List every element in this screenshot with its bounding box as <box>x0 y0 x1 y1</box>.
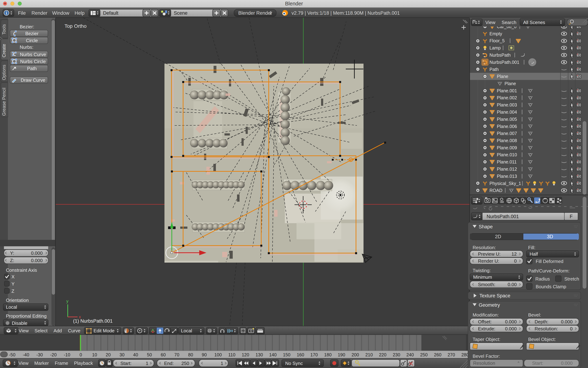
svg-text:y: y <box>66 299 68 304</box>
svg-text:130: 130 <box>255 352 263 357</box>
svg-text:250: 250 <box>181 361 189 366</box>
svg-text:-50: -50 <box>9 352 15 357</box>
svg-text:0: 0 <box>80 352 82 357</box>
svg-text:Z:: Z: <box>10 258 14 263</box>
svg-text:1: 1 <box>146 361 148 366</box>
svg-text:Top Ortho: Top Ortho <box>64 23 87 29</box>
svg-text:i: i <box>6 11 7 15</box>
svg-text:Disable: Disable <box>12 321 27 326</box>
svg-text:Plane: Plane <box>505 81 516 86</box>
svg-text:0.000: 0.000 <box>561 319 573 324</box>
svg-text:-10: -10 <box>64 352 70 357</box>
svg-text:Add: Add <box>54 328 62 333</box>
svg-text:Minimum: Minimum <box>473 275 492 280</box>
svg-text:File: File <box>18 10 26 16</box>
svg-text:2D: 2D <box>495 234 501 239</box>
svg-text:3D: 3D <box>547 234 553 239</box>
svg-text:Window: Window <box>52 10 70 16</box>
svg-text:Empty: Empty <box>489 31 502 36</box>
svg-text:NurbsPath.001: NurbsPath.001 <box>487 214 519 219</box>
svg-text:120: 120 <box>242 352 249 357</box>
svg-text:270: 270 <box>448 352 455 357</box>
svg-text:100: 100 <box>214 352 222 357</box>
svg-text:NurbsPath.001: NurbsPath.001 <box>489 60 519 65</box>
svg-text:Plane.011: Plane.011 <box>497 159 517 164</box>
svg-text:Texture Space: Texture Space <box>479 293 510 298</box>
svg-text:170: 170 <box>310 352 318 357</box>
svg-text:Plane.004: Plane.004 <box>497 110 517 115</box>
svg-text:Path: Path <box>27 66 37 71</box>
svg-text:90: 90 <box>202 352 207 357</box>
svg-text:230: 230 <box>393 352 400 357</box>
svg-text:50: 50 <box>147 352 152 357</box>
svg-text:Nurbs Curve: Nurbs Curve <box>20 52 46 57</box>
svg-text:Depth:: Depth: <box>535 319 548 324</box>
svg-text:End:: End: <box>164 361 174 366</box>
svg-text:0: 0 <box>514 258 517 264</box>
svg-text:Render: Render <box>32 10 47 16</box>
svg-text:Plane.009: Plane.009 <box>497 145 517 150</box>
svg-text:View: View <box>485 20 495 25</box>
svg-text:All Scenes: All Scenes <box>523 20 545 25</box>
svg-text:Local: Local <box>181 328 192 333</box>
svg-text:Bezier: Bezier <box>25 31 38 36</box>
svg-text:NurbsPath: NurbsPath <box>489 53 511 57</box>
svg-text:0: 0 <box>570 326 573 331</box>
svg-text:Geometry: Geometry <box>479 302 500 308</box>
svg-text:200: 200 <box>352 352 359 357</box>
svg-text:Edit Mode: Edit Mode <box>93 328 115 333</box>
svg-text:30: 30 <box>119 352 125 357</box>
svg-text:280: 280 <box>461 352 469 357</box>
svg-text:Plane.013: Plane.013 <box>497 174 517 179</box>
svg-text:Path/Curve-Deform:: Path/Curve-Deform: <box>528 268 570 274</box>
svg-text:160: 160 <box>297 352 304 357</box>
svg-text:Plane.003: Plane.003 <box>497 102 517 107</box>
svg-text:Resolution:: Resolution: <box>535 326 558 331</box>
svg-text:Nurbs:: Nurbs: <box>20 45 34 50</box>
svg-text:250: 250 <box>420 352 428 357</box>
svg-text:Draw Curve: Draw Curve <box>21 77 45 83</box>
svg-text:Scene: Scene <box>174 10 188 16</box>
svg-text:Create: Create <box>1 44 7 57</box>
svg-text:Half: Half <box>530 251 538 257</box>
svg-text:Bounds Clamp: Bounds Clamp <box>536 284 566 289</box>
svg-text:Bevel Factor:: Bevel Factor: <box>473 353 500 359</box>
svg-text:1: 1 <box>221 361 223 366</box>
svg-text:Lamp: Lamp <box>489 45 501 50</box>
svg-text:Extrude:: Extrude: <box>478 326 495 331</box>
svg-text:0.000: 0.000 <box>31 250 43 256</box>
svg-text:Bevel Object:: Bevel Object: <box>528 337 556 342</box>
svg-text:Local: Local <box>6 304 17 310</box>
svg-text:Help: Help <box>74 10 85 16</box>
svg-text:Fill:: Fill: <box>528 245 535 250</box>
svg-text:Playback: Playback <box>74 360 93 366</box>
svg-text:Plane: Plane <box>497 74 508 79</box>
svg-text:Stretch: Stretch <box>564 276 579 282</box>
svg-text:0.000: 0.000 <box>31 258 43 263</box>
svg-text:70: 70 <box>174 352 179 357</box>
svg-text:View: View <box>18 360 28 366</box>
svg-text:140: 140 <box>269 352 277 357</box>
svg-text:Grease Pencil: Grease Pencil <box>1 88 7 116</box>
svg-text:190: 190 <box>338 352 345 357</box>
svg-text:Preview U:: Preview U: <box>478 251 501 257</box>
svg-text:Plane.008: Plane.008 <box>497 138 517 143</box>
svg-text:Radius: Radius <box>535 276 550 282</box>
svg-text:Physical_Sky_1: Physical_Sky_1 <box>489 181 521 186</box>
svg-text:ROAD: ROAD <box>489 188 502 193</box>
svg-text:Plane.006: Plane.006 <box>497 124 517 129</box>
svg-text:0.00: 0.00 <box>507 282 517 287</box>
svg-text:Plane.010: Plane.010 <box>497 152 517 157</box>
svg-text:Options: Options <box>1 65 7 80</box>
svg-text:-30: -30 <box>36 352 43 357</box>
svg-text:210: 210 <box>365 352 373 357</box>
svg-text:Twisting:: Twisting: <box>473 268 491 273</box>
svg-text:220: 220 <box>379 352 387 357</box>
svg-text:Shape: Shape <box>479 224 493 230</box>
svg-text:Start:: Start: <box>120 361 132 366</box>
svg-text:Blender: Blender <box>285 1 303 7</box>
svg-text:Select: Select <box>35 328 48 333</box>
svg-text:Z: Z <box>11 288 14 294</box>
svg-text:Marker: Marker <box>34 360 49 366</box>
svg-text:Smooth:: Smooth: <box>478 282 495 287</box>
